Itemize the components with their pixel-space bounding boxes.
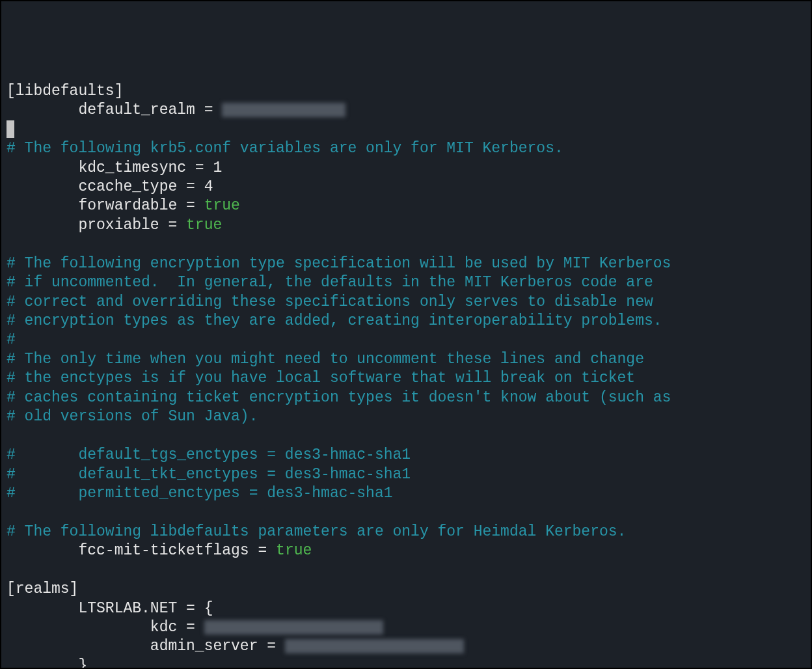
config-key: kdc = <box>150 619 204 636</box>
comment-line: # The following libdefaults parameters a… <box>7 523 626 540</box>
comment-line: # caches containing ticket encryption ty… <box>7 389 671 406</box>
redacted-value: XXXXXXXXXXXX <box>285 639 464 653</box>
comment-line: # <box>7 331 16 348</box>
config-key: fcc-mit-ticketflags = <box>78 542 276 559</box>
comment-line: # permitted_enctypes = des3-hmac-sha1 <box>7 485 393 502</box>
config-key: admin_server = <box>150 638 285 655</box>
comment-line: # default_tkt_enctypes = des3-hmac-sha1 <box>7 466 411 483</box>
bool-value: true <box>276 542 312 559</box>
comment-line: # if uncommented. In general, the defaul… <box>7 274 653 291</box>
comment-line: # old versions of Sun Java). <box>7 408 258 425</box>
comment-line: # The following encryption type specific… <box>7 255 671 272</box>
indent <box>7 638 150 655</box>
indent <box>7 542 78 559</box>
text-cursor <box>7 120 14 137</box>
config-line: ccache_type = 4 <box>78 178 213 195</box>
brace-close: } <box>78 657 87 669</box>
comment-line: # The following krb5.conf variables are … <box>7 140 563 157</box>
comment-line: # The only time when you might need to u… <box>7 351 644 368</box>
redacted-value: XXXXXXXXXXXX <box>204 620 383 635</box>
section-header: [libdefaults] <box>7 83 123 100</box>
indent <box>7 102 78 118</box>
indent <box>7 619 150 636</box>
comment-line: # encryption types as they are added, cr… <box>7 312 662 329</box>
comment-line: # the enctypes is if you have local soft… <box>7 370 635 387</box>
indent <box>7 217 78 234</box>
section-header: [realms] <box>7 580 78 597</box>
comment-line: # default_tgs_enctypes = des3-hmac-sha1 <box>7 446 411 463</box>
indent <box>7 657 78 669</box>
indent <box>7 197 78 214</box>
indent <box>7 178 78 195</box>
indent <box>7 159 78 176</box>
redacted-value: XXXXXXXX <box>222 103 345 117</box>
realm-name: LTSRLAB.NET = { <box>78 600 213 617</box>
code-editor[interactable]: [libdefaults] default_realm = XXXXXXXX# … <box>7 82 805 669</box>
config-key: forwardable = <box>78 197 204 214</box>
bool-value: true <box>186 217 222 234</box>
config-key: default_realm = <box>78 102 222 118</box>
indent <box>7 600 78 617</box>
bool-value: true <box>204 197 240 214</box>
config-key: proxiable = <box>78 217 186 234</box>
comment-line: # correct and overriding these specifica… <box>7 294 653 310</box>
config-line: kdc_timesync = 1 <box>78 159 222 176</box>
